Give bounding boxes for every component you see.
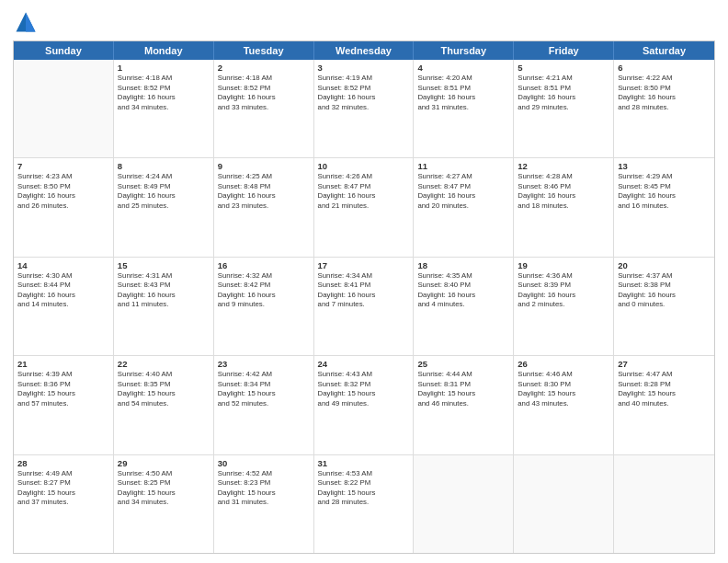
calendar-cell: 10Sunrise: 4:26 AM Sunset: 8:47 PM Dayli… xyxy=(314,158,415,256)
day-number: 18 xyxy=(417,260,509,270)
calendar-cell: 14Sunrise: 4:30 AM Sunset: 8:44 PM Dayli… xyxy=(14,258,114,355)
day-number: 13 xyxy=(618,161,711,171)
day-info: Sunrise: 4:28 AM Sunset: 8:46 PM Dayligh… xyxy=(518,172,609,211)
calendar-week-3: 14Sunrise: 4:30 AM Sunset: 8:44 PM Dayli… xyxy=(14,258,714,356)
day-number: 24 xyxy=(318,359,410,369)
calendar-cell: 12Sunrise: 4:28 AM Sunset: 8:46 PM Dayli… xyxy=(514,158,614,256)
calendar-cell: 28Sunrise: 4:49 AM Sunset: 8:27 PM Dayli… xyxy=(14,455,114,553)
calendar-cell: 2Sunrise: 4:18 AM Sunset: 8:52 PM Daylig… xyxy=(214,60,314,157)
calendar-cell: 1Sunrise: 4:18 AM Sunset: 8:52 PM Daylig… xyxy=(114,60,214,157)
day-info: Sunrise: 4:35 AM Sunset: 8:40 PM Dayligh… xyxy=(417,271,509,310)
day-number: 29 xyxy=(118,458,210,468)
calendar-cell: 25Sunrise: 4:44 AM Sunset: 8:31 PM Dayli… xyxy=(414,356,514,454)
calendar-cell: 31Sunrise: 4:53 AM Sunset: 8:22 PM Dayli… xyxy=(314,455,415,553)
calendar-cell xyxy=(14,60,114,157)
day-info: Sunrise: 4:42 AM Sunset: 8:34 PM Dayligh… xyxy=(218,370,310,408)
calendar-cell: 11Sunrise: 4:27 AM Sunset: 8:47 PM Dayli… xyxy=(414,158,514,256)
day-info: Sunrise: 4:52 AM Sunset: 8:23 PM Dayligh… xyxy=(218,469,310,508)
day-info: Sunrise: 4:50 AM Sunset: 8:25 PM Dayligh… xyxy=(118,469,210,508)
day-number: 31 xyxy=(318,458,410,468)
day-info: Sunrise: 4:44 AM Sunset: 8:31 PM Dayligh… xyxy=(417,370,509,408)
calendar-cell: 30Sunrise: 4:52 AM Sunset: 8:23 PM Dayli… xyxy=(214,455,314,553)
calendar-cell xyxy=(414,455,514,553)
day-info: Sunrise: 4:40 AM Sunset: 8:35 PM Dayligh… xyxy=(118,370,210,408)
day-info: Sunrise: 4:29 AM Sunset: 8:45 PM Dayligh… xyxy=(618,172,711,211)
calendar-cell: 29Sunrise: 4:50 AM Sunset: 8:25 PM Dayli… xyxy=(114,455,214,553)
day-number: 5 xyxy=(518,63,609,73)
day-info: Sunrise: 4:32 AM Sunset: 8:42 PM Dayligh… xyxy=(218,271,310,310)
calendar-cell: 27Sunrise: 4:47 AM Sunset: 8:28 PM Dayli… xyxy=(614,356,714,454)
header-day-tuesday: Tuesday xyxy=(214,41,314,60)
day-number: 7 xyxy=(17,161,109,171)
logo xyxy=(13,9,42,35)
day-info: Sunrise: 4:19 AM Sunset: 8:52 PM Dayligh… xyxy=(318,74,410,112)
header-day-friday: Friday xyxy=(514,41,614,60)
day-number: 25 xyxy=(417,359,509,369)
calendar-cell: 15Sunrise: 4:31 AM Sunset: 8:43 PM Dayli… xyxy=(114,258,214,355)
day-info: Sunrise: 4:22 AM Sunset: 8:50 PM Dayligh… xyxy=(618,74,711,112)
header-day-monday: Monday xyxy=(114,41,214,60)
calendar-cell: 20Sunrise: 4:37 AM Sunset: 8:38 PM Dayli… xyxy=(614,258,714,355)
day-info: Sunrise: 4:43 AM Sunset: 8:32 PM Dayligh… xyxy=(318,370,410,408)
calendar-cell: 9Sunrise: 4:25 AM Sunset: 8:48 PM Daylig… xyxy=(214,158,314,256)
calendar-cell: 13Sunrise: 4:29 AM Sunset: 8:45 PM Dayli… xyxy=(614,158,714,256)
header xyxy=(13,9,715,35)
calendar-cell: 8Sunrise: 4:24 AM Sunset: 8:49 PM Daylig… xyxy=(114,158,214,256)
page: SundayMondayTuesdayWednesdayThursdayFrid… xyxy=(0,0,728,563)
calendar-week-2: 7Sunrise: 4:23 AM Sunset: 8:50 PM Daylig… xyxy=(14,158,714,257)
calendar-cell: 3Sunrise: 4:19 AM Sunset: 8:52 PM Daylig… xyxy=(314,60,415,157)
day-info: Sunrise: 4:25 AM Sunset: 8:48 PM Dayligh… xyxy=(218,172,310,211)
day-number: 17 xyxy=(318,260,410,270)
calendar-week-4: 21Sunrise: 4:39 AM Sunset: 8:36 PM Dayli… xyxy=(14,356,714,454)
day-info: Sunrise: 4:20 AM Sunset: 8:51 PM Dayligh… xyxy=(417,74,509,112)
day-number: 16 xyxy=(218,260,310,270)
calendar-week-5: 28Sunrise: 4:49 AM Sunset: 8:27 PM Dayli… xyxy=(14,455,714,553)
svg-marker-1 xyxy=(26,13,36,32)
day-info: Sunrise: 4:30 AM Sunset: 8:44 PM Dayligh… xyxy=(17,271,109,310)
day-number: 19 xyxy=(518,260,609,270)
day-info: Sunrise: 4:21 AM Sunset: 8:51 PM Dayligh… xyxy=(518,74,609,112)
day-number: 30 xyxy=(218,458,310,468)
calendar-cell: 21Sunrise: 4:39 AM Sunset: 8:36 PM Dayli… xyxy=(14,356,114,454)
day-number: 6 xyxy=(618,63,711,73)
calendar-body: 1Sunrise: 4:18 AM Sunset: 8:52 PM Daylig… xyxy=(14,60,714,553)
day-number: 23 xyxy=(218,359,310,369)
day-number: 1 xyxy=(118,63,210,73)
day-info: Sunrise: 4:39 AM Sunset: 8:36 PM Dayligh… xyxy=(17,370,109,408)
calendar-cell: 22Sunrise: 4:40 AM Sunset: 8:35 PM Dayli… xyxy=(114,356,214,454)
calendar-header: SundayMondayTuesdayWednesdayThursdayFrid… xyxy=(14,41,714,60)
day-info: Sunrise: 4:18 AM Sunset: 8:52 PM Dayligh… xyxy=(118,74,210,112)
day-number: 4 xyxy=(417,63,509,73)
day-number: 11 xyxy=(417,161,509,171)
calendar: SundayMondayTuesdayWednesdayThursdayFrid… xyxy=(13,40,715,554)
header-day-wednesday: Wednesday xyxy=(314,41,415,60)
header-day-saturday: Saturday xyxy=(614,41,714,60)
day-info: Sunrise: 4:27 AM Sunset: 8:47 PM Dayligh… xyxy=(417,172,509,211)
day-number: 27 xyxy=(618,359,711,369)
day-number: 28 xyxy=(17,458,109,468)
day-number: 15 xyxy=(118,260,210,270)
day-info: Sunrise: 4:18 AM Sunset: 8:52 PM Dayligh… xyxy=(218,74,310,112)
calendar-cell xyxy=(514,455,614,553)
day-number: 21 xyxy=(17,359,109,369)
day-number: 3 xyxy=(318,63,410,73)
day-number: 14 xyxy=(17,260,109,270)
calendar-cell: 24Sunrise: 4:43 AM Sunset: 8:32 PM Dayli… xyxy=(314,356,415,454)
calendar-cell: 23Sunrise: 4:42 AM Sunset: 8:34 PM Dayli… xyxy=(214,356,314,454)
day-info: Sunrise: 4:23 AM Sunset: 8:50 PM Dayligh… xyxy=(17,172,109,211)
header-day-thursday: Thursday xyxy=(414,41,514,60)
day-number: 20 xyxy=(618,260,711,270)
calendar-cell: 16Sunrise: 4:32 AM Sunset: 8:42 PM Dayli… xyxy=(214,258,314,355)
day-number: 8 xyxy=(118,161,210,171)
calendar-week-1: 1Sunrise: 4:18 AM Sunset: 8:52 PM Daylig… xyxy=(14,60,714,158)
calendar-cell: 7Sunrise: 4:23 AM Sunset: 8:50 PM Daylig… xyxy=(14,158,114,256)
calendar-cell: 17Sunrise: 4:34 AM Sunset: 8:41 PM Dayli… xyxy=(314,258,415,355)
calendar-cell: 19Sunrise: 4:36 AM Sunset: 8:39 PM Dayli… xyxy=(514,258,614,355)
calendar-cell: 5Sunrise: 4:21 AM Sunset: 8:51 PM Daylig… xyxy=(514,60,614,157)
day-number: 10 xyxy=(318,161,410,171)
day-number: 26 xyxy=(518,359,609,369)
calendar-cell: 18Sunrise: 4:35 AM Sunset: 8:40 PM Dayli… xyxy=(414,258,514,355)
day-number: 2 xyxy=(218,63,310,73)
day-info: Sunrise: 4:46 AM Sunset: 8:30 PM Dayligh… xyxy=(518,370,609,408)
calendar-cell: 6Sunrise: 4:22 AM Sunset: 8:50 PM Daylig… xyxy=(614,60,714,157)
